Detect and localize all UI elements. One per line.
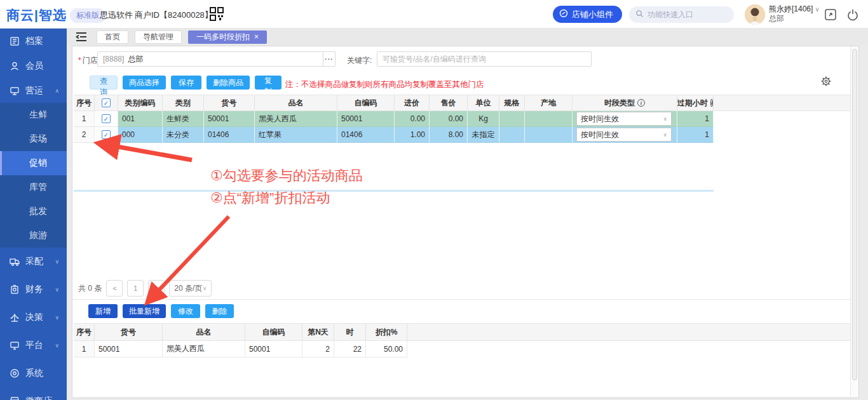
col-spec: 规格 bbox=[499, 95, 525, 110]
cell-unit: 未指定 bbox=[468, 127, 499, 143]
add-button[interactable]: 新增 bbox=[88, 304, 118, 318]
tab-nav-manage[interactable]: 导航管理 bbox=[135, 30, 182, 44]
chevron-down-icon bbox=[55, 342, 59, 349]
page-number-button[interactable]: 1 bbox=[127, 280, 144, 297]
sidebar: 档案 会员 营运 生鲜 卖场 促销 库管 批发 旅游 采配 财务 决策 平台 系 bbox=[0, 29, 67, 400]
sidebar-item-procurement[interactable]: 采配 bbox=[0, 248, 67, 276]
sidebar-item-travel[interactable]: 旅游 bbox=[0, 223, 67, 248]
table-scroll-strip bbox=[74, 190, 714, 192]
goods-table: 序号 类别编码 类别 货号 品名 自编码 进价 售价 单位 规格 产地 时段类型… bbox=[74, 95, 852, 143]
info-icon[interactable] bbox=[710, 99, 714, 107]
period-type-select[interactable]: 按时间生效 bbox=[576, 112, 672, 126]
col-seq: 序号 bbox=[74, 324, 95, 340]
row-seq: 1 bbox=[74, 341, 95, 357]
qrcode-icon[interactable] bbox=[210, 7, 224, 21]
col-select-all bbox=[95, 95, 118, 110]
prev-page-button[interactable]: < bbox=[106, 280, 123, 297]
sidebar-item-system[interactable]: 系统 bbox=[0, 359, 67, 387]
user-menu[interactable]: 熊永婷[1406] 总部 bbox=[769, 4, 820, 23]
table-row[interactable]: 2 000 未分类 01406 红苹果 01406 1.00 8.00 未指定 … bbox=[74, 127, 852, 143]
batch-add-button[interactable]: 批量新增 bbox=[123, 304, 166, 318]
tab-multi-period-discount[interactable]: 一码多时段折扣 bbox=[188, 30, 267, 44]
store-input[interactable]: [8888] 总部 bbox=[97, 51, 323, 67]
query-button[interactable]: 查询 bbox=[90, 76, 118, 90]
cell-expire-hours: 1 bbox=[677, 127, 714, 143]
chevron-down-icon bbox=[663, 116, 667, 122]
sidebar-item-finance[interactable]: 财务 bbox=[0, 276, 67, 303]
shop-widget-button[interactable]: 店铺小组件 bbox=[553, 6, 622, 23]
gear-icon[interactable] bbox=[820, 76, 832, 87]
col-seq: 序号 bbox=[74, 95, 95, 110]
tab-home[interactable]: 首页 bbox=[97, 30, 128, 44]
store-code: [8888] bbox=[103, 55, 124, 63]
copy-button[interactable]: 复制 bbox=[255, 76, 281, 90]
cell-cost: 1.00 bbox=[395, 127, 430, 143]
sidebar-item-operations[interactable]: 营运 bbox=[0, 78, 67, 103]
cell-name: 红苹果 bbox=[255, 127, 337, 143]
operations-icon bbox=[10, 86, 20, 96]
truck-icon bbox=[10, 257, 20, 267]
select-goods-button[interactable]: 商品选择 bbox=[123, 76, 166, 90]
sidebar-item-warehouse[interactable]: 库管 bbox=[0, 175, 67, 199]
next-page-button[interactable]: > bbox=[148, 280, 165, 297]
sidebar-item-fresh[interactable]: 生鲜 bbox=[0, 103, 67, 127]
delete-goods-button[interactable]: 删除商品 bbox=[207, 76, 250, 90]
sidebar-item-store[interactable]: 卖场 bbox=[0, 127, 67, 151]
discount-table: 序号 货号 品名 自编码 第N天 时 折扣% 1 50001 黑美人西瓜 500… bbox=[74, 323, 852, 357]
row-checkbox[interactable] bbox=[102, 130, 111, 139]
collapse-sidebar-icon[interactable] bbox=[75, 32, 88, 42]
keyword-input[interactable] bbox=[377, 51, 592, 67]
sidebar-item-archive[interactable]: 档案 bbox=[0, 29, 67, 53]
col-category: 类别 bbox=[163, 95, 204, 110]
save-button[interactable]: 保存 bbox=[171, 76, 201, 90]
table-row[interactable]: 1 50001 黑美人西瓜 50001 2 22 50.00 bbox=[74, 341, 852, 357]
store-picker-button[interactable] bbox=[323, 51, 336, 67]
user-name: 熊永婷[1406] bbox=[769, 4, 813, 13]
cell-name: 黑美人西瓜 bbox=[255, 111, 337, 127]
col-hour: 时 bbox=[334, 324, 366, 340]
cell-period-type: 按时间生效 bbox=[573, 111, 677, 127]
col-cost: 进价 bbox=[395, 95, 430, 110]
table-row[interactable]: 1 001 生鲜类 50001 黑美人西瓜 50001 0.00 0.00 Kg… bbox=[74, 111, 852, 127]
store-value: 总部 bbox=[128, 54, 143, 65]
search-icon bbox=[635, 10, 644, 20]
copy-note: 注：不选择商品做复制则所有商品均复制覆盖至其他门店 bbox=[285, 79, 484, 90]
chevron-down-icon bbox=[55, 314, 59, 321]
close-icon[interactable] bbox=[254, 32, 259, 41]
period-type-select[interactable]: 按时间生效 bbox=[576, 128, 672, 142]
operations-submenu: 生鲜 卖场 促销 库管 批发 旅游 bbox=[0, 103, 67, 248]
sidebar-item-microstore[interactable]: 微商店 bbox=[0, 387, 67, 400]
scrollbar-thumb[interactable] bbox=[852, 49, 857, 380]
row-checkbox[interactable] bbox=[102, 114, 111, 123]
divider bbox=[72, 299, 858, 300]
select-all-checkbox[interactable] bbox=[102, 98, 111, 107]
quick-search-input[interactable] bbox=[648, 10, 724, 19]
cell-price: 8.00 bbox=[430, 127, 468, 143]
cell-period-type: 按时间生效 bbox=[573, 127, 677, 143]
col-price: 售价 bbox=[430, 95, 468, 110]
power-icon[interactable] bbox=[846, 8, 859, 21]
avatar[interactable] bbox=[745, 4, 765, 25]
vertical-scrollbar[interactable] bbox=[850, 46, 858, 397]
page-size-select[interactable]: 20 条/页 bbox=[169, 280, 212, 297]
sidebar-item-decision[interactable]: 决策 bbox=[0, 303, 67, 331]
fullscreen-icon[interactable] bbox=[824, 8, 837, 21]
cell-unit: Kg bbox=[468, 111, 499, 127]
col-discount: 折扣% bbox=[366, 324, 407, 340]
sidebar-item-wholesale[interactable]: 批发 bbox=[0, 199, 67, 223]
cell-price: 0.00 bbox=[430, 111, 468, 127]
cell-code: 001 bbox=[118, 111, 163, 127]
pagination: 共 0 条 < 1 > 20 条/页 bbox=[78, 280, 212, 297]
cell-self-code: 50001 bbox=[245, 341, 302, 357]
cell-self-code: 01406 bbox=[337, 127, 395, 143]
col-item-no: 货号 bbox=[95, 324, 163, 340]
sidebar-item-promotion[interactable]: 促销 bbox=[0, 151, 67, 175]
delete-button[interactable]: 删除 bbox=[205, 304, 234, 318]
shop-icon bbox=[10, 396, 20, 400]
sidebar-item-member[interactable]: 会员 bbox=[0, 53, 67, 78]
modify-button[interactable]: 修改 bbox=[171, 304, 200, 318]
quick-search[interactable] bbox=[629, 6, 734, 23]
info-icon[interactable] bbox=[637, 99, 645, 107]
sidebar-item-platform[interactable]: 平台 bbox=[0, 331, 67, 359]
cell-hour: 22 bbox=[334, 341, 366, 357]
